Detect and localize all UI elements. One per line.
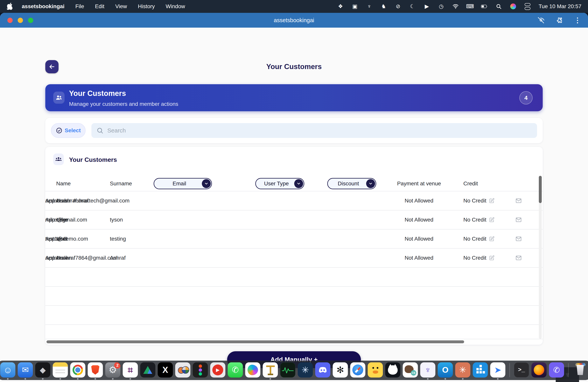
- plant-icon[interactable]: ♆: [420, 362, 435, 378]
- chatgpt-icon[interactable]: ✻: [333, 362, 348, 378]
- dock-item-trash[interactable]: [572, 362, 588, 380]
- firefox-icon[interactable]: [531, 362, 546, 378]
- dock-item-duck[interactable]: [368, 362, 383, 380]
- dock-item-ytm[interactable]: ▶: [210, 362, 226, 380]
- dock-item-fan[interactable]: ✳: [297, 362, 313, 380]
- copilot-icon[interactable]: [245, 362, 260, 378]
- dock-item-chatgpt[interactable]: ✻: [333, 362, 348, 380]
- control-center-icon[interactable]: [524, 3, 531, 10]
- edit-credit-icon[interactable]: [489, 236, 494, 242]
- mail-icon[interactable]: [515, 235, 523, 243]
- search-input[interactable]: [107, 127, 532, 134]
- maximize-window-button[interactable]: [28, 18, 33, 23]
- dock-item-settings[interactable]: ⚙2: [105, 362, 121, 380]
- docker-icon[interactable]: [473, 362, 488, 378]
- search-field[interactable]: [91, 123, 537, 138]
- dock-item-finder[interactable]: ☺: [0, 362, 16, 380]
- trash-icon[interactable]: [573, 362, 588, 378]
- dock-item-chrome[interactable]: [70, 362, 85, 380]
- mail-icon[interactable]: [515, 216, 523, 224]
- terminal-icon[interactable]: >_: [514, 362, 529, 378]
- menu-edit[interactable]: Edit: [95, 3, 105, 10]
- notes-icon[interactable]: [53, 362, 68, 378]
- horizontal-scrollbar[interactable]: [46, 340, 464, 343]
- figma-icon[interactable]: [193, 362, 208, 378]
- dock-item-arrow[interactable]: ➤: [490, 362, 505, 380]
- spotlight-icon[interactable]: [495, 3, 502, 10]
- dock-item-safari[interactable]: [350, 362, 366, 380]
- column-filter-discount[interactable]: Discount: [327, 178, 376, 189]
- ytm-icon[interactable]: ▶: [210, 362, 225, 378]
- dock-item-plant[interactable]: ♆: [420, 362, 436, 380]
- siri-icon[interactable]: [510, 3, 516, 10]
- dock-item-drive[interactable]: [140, 362, 156, 380]
- browser-menu-icon[interactable]: ⋮: [574, 16, 581, 24]
- dock-item-discord[interactable]: [315, 362, 331, 380]
- menu-window[interactable]: Window: [166, 3, 185, 10]
- close-window-button[interactable]: [7, 18, 13, 23]
- menu-history[interactable]: History: [138, 3, 155, 10]
- dock-item-copilot[interactable]: [245, 362, 261, 380]
- column-filter-email[interactable]: Email: [154, 178, 212, 189]
- extensions-puzzle-icon[interactable]: [555, 16, 563, 24]
- dock-item-viber[interactable]: ✆: [549, 362, 564, 380]
- chrome-icon[interactable]: [70, 362, 85, 378]
- wifi-icon[interactable]: [452, 3, 459, 10]
- dock-item-outlook[interactable]: O: [438, 362, 453, 380]
- brave-icon[interactable]: [88, 362, 103, 378]
- mail-icon[interactable]: [515, 254, 523, 262]
- play-circle-icon[interactable]: ▶: [423, 3, 430, 10]
- menu-view[interactable]: View: [115, 3, 127, 10]
- dock-item-docker[interactable]: [473, 362, 488, 380]
- crane-icon[interactable]: [263, 362, 278, 378]
- keyboard-icon[interactable]: ⌨: [467, 3, 473, 10]
- dock-item-notes[interactable]: [53, 362, 68, 380]
- claude-icon[interactable]: ✳: [455, 362, 470, 378]
- display-icon[interactable]: ▣: [352, 3, 358, 10]
- dock-item-slack[interactable]: ⌗: [123, 362, 138, 380]
- menu-file[interactable]: File: [75, 3, 84, 10]
- select-button[interactable]: Select: [51, 123, 85, 138]
- dock-item-firefox[interactable]: [531, 362, 547, 380]
- llama-icon[interactable]: ♞: [380, 3, 387, 10]
- safari-icon[interactable]: [350, 362, 365, 378]
- mail-icon[interactable]: [515, 197, 523, 205]
- dock-item-github[interactable]: [385, 362, 400, 380]
- dock-item-crane[interactable]: [262, 362, 278, 380]
- arrow-icon[interactable]: ➤: [490, 362, 505, 378]
- drive-icon[interactable]: [140, 362, 155, 378]
- dock-item-x[interactable]: X: [158, 362, 173, 380]
- viber-icon[interactable]: ✆: [549, 362, 564, 378]
- github-icon[interactable]: [385, 362, 400, 378]
- dock-item-dbeaver[interactable]: CE: [402, 362, 418, 380]
- edit-credit-icon[interactable]: [489, 217, 494, 223]
- whatsapp-icon[interactable]: ✆: [228, 362, 243, 378]
- outlook-icon[interactable]: O: [438, 362, 453, 378]
- slack-icon[interactable]: ⌗: [123, 362, 138, 378]
- battery-icon[interactable]: [481, 3, 488, 10]
- fan-icon[interactable]: ✳: [298, 362, 313, 378]
- menubar-clock[interactable]: Tue 10 Mar 20:57: [539, 3, 581, 10]
- slash-circle-icon[interactable]: ⊘: [395, 3, 401, 10]
- discord-icon[interactable]: [315, 362, 330, 378]
- duck-icon[interactable]: [368, 362, 383, 378]
- cube-icon[interactable]: ◆: [35, 362, 50, 378]
- camera-icon[interactable]: ❖: [337, 3, 344, 10]
- dock-item-terminal[interactable]: >_: [514, 362, 529, 380]
- dock-item-figma[interactable]: [192, 362, 208, 380]
- chevron-down-icon[interactable]: [202, 179, 211, 188]
- plant-icon[interactable]: ♆: [366, 3, 373, 10]
- apple-menu-icon[interactable]: [7, 2, 13, 10]
- dock-item-whatsapp[interactable]: ✆: [228, 362, 243, 380]
- column-filter-user_type[interactable]: User Type: [255, 178, 304, 189]
- dock-item-brave[interactable]: [87, 362, 103, 380]
- finder-icon[interactable]: ☺: [0, 362, 15, 378]
- dock-item-mail[interactable]: ✉: [18, 362, 33, 380]
- menubar-app-name[interactable]: assetsbookingai: [22, 3, 64, 10]
- activity-icon[interactable]: [280, 362, 295, 378]
- moon-icon[interactable]: ☾: [409, 3, 416, 10]
- dock-item-claude[interactable]: ✳: [455, 362, 471, 380]
- dbeaver-icon[interactable]: CE: [403, 362, 418, 378]
- vertical-scrollbar-track[interactable]: [539, 176, 542, 339]
- chevron-down-icon[interactable]: [294, 179, 303, 188]
